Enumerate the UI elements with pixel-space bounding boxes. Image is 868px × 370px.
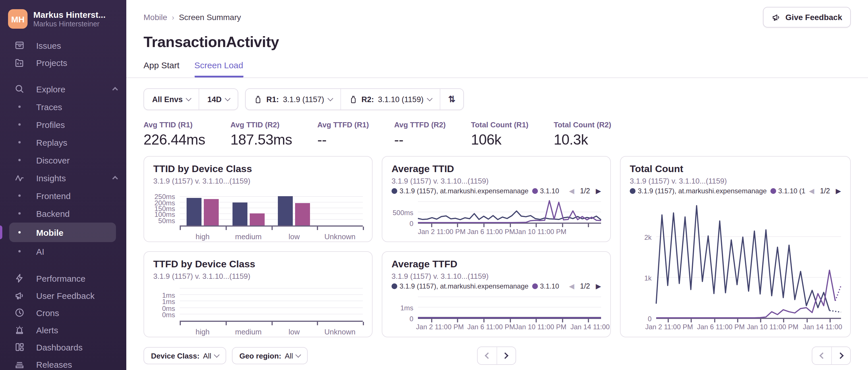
- pager-next-button[interactable]: [496, 347, 515, 364]
- bullet-icon: [14, 106, 25, 108]
- pager-prev-button[interactable]: [812, 347, 831, 364]
- total-count-chart[interactable]: 2k1k0Jan 2 11:00 PMJan 6 11:00 PMJan 10 …: [630, 201, 841, 319]
- ttfd-by-device-class-card: TTFD by Device Class 3.1.9 (1157) v. 3.1…: [144, 251, 373, 337]
- sidebar-item-label: Projects: [36, 58, 67, 67]
- legend: 3.1.9 (1157), at.markushi.expensemanage …: [630, 187, 841, 195]
- tab-app-start[interactable]: App Start: [144, 60, 179, 77]
- chevron-down-icon: [186, 95, 192, 101]
- swap-releases-button[interactable]: ⇅: [439, 89, 463, 109]
- legend-label-r2[interactable]: 3.1.10: [540, 187, 559, 195]
- chevron-left-icon: [819, 352, 826, 359]
- legend-prev-icon[interactable]: ◀: [569, 282, 574, 290]
- sidebar-item-issues[interactable]: Issues: [0, 37, 126, 54]
- legend-label-r2[interactable]: 3.1.10 (1: [778, 187, 805, 195]
- sidebar: MH Markus Hinterst... Markus Hinterstein…: [0, 0, 126, 370]
- geo-region-label: Geo region:: [239, 351, 281, 360]
- sidebar-item-label: Traces: [36, 102, 62, 111]
- sidebar-item-dashboards[interactable]: Dashboards: [0, 338, 126, 356]
- sidebar-item-crons[interactable]: Crons: [0, 304, 126, 321]
- legend-page: 1/2: [580, 187, 590, 195]
- give-feedback-button[interactable]: Give Feedback: [763, 7, 851, 28]
- sidebar-item-user-feedback[interactable]: User Feedback: [0, 287, 126, 304]
- environment-select[interactable]: All Envs: [144, 89, 199, 109]
- bullet-icon: [14, 250, 25, 253]
- period-select[interactable]: 14D: [199, 89, 238, 109]
- legend-label-r1[interactable]: 3.1.9 (1157), at.markushi.expensemanage: [638, 187, 767, 195]
- legend-label-r1[interactable]: 3.1.9 (1157), at.markushi.expensemanage: [400, 282, 528, 290]
- legend-dot-r2: [532, 188, 538, 194]
- card-subtitle: 3.1.9 (1157) v. 3.1.10...(1159): [153, 177, 363, 185]
- release-compare-group: R1: 3.1.9 (1157) R2: 3.1.10 (1159) ⇅: [245, 88, 464, 110]
- chevron-down-icon: [427, 95, 433, 101]
- card-subtitle: 3.1.9 (1157) v. 3.1.10...(1159): [392, 272, 601, 280]
- device-class-filter[interactable]: Device Class:All: [144, 347, 226, 364]
- legend-label-r2[interactable]: 3.1.10: [540, 282, 559, 290]
- legend-next-icon[interactable]: ▶: [836, 187, 841, 195]
- sidebar-item-projects[interactable]: Projects: [0, 54, 126, 71]
- tab-screen-load[interactable]: Screen Load: [194, 60, 243, 77]
- chevron-down-icon: [225, 95, 230, 101]
- legend-dot-r2: [770, 188, 776, 194]
- sidebar-item-label: Alerts: [36, 325, 58, 335]
- sidebar-item-replays[interactable]: Replays: [9, 134, 116, 151]
- sidebar-item-discover[interactable]: Discover: [9, 152, 116, 169]
- sidebar-item-label: Dashboards: [36, 342, 83, 352]
- average-ttfd-chart[interactable]: 1ms0Jan 2 11:00 PMJan 6 11:00 PMJan 10 1…: [392, 295, 601, 319]
- issues-icon: [14, 40, 25, 51]
- sidebar-item-label: Profiles: [36, 120, 65, 129]
- stat-avg-ttid-r1: Avg TTID (R1)226.44ms: [144, 121, 205, 148]
- average-ttfd-card: Average TTFD 3.1.9 (1157) v. 3.1.10...(1…: [382, 251, 611, 337]
- breadcrumb-mobile[interactable]: Mobile: [144, 12, 167, 22]
- siren-icon: [14, 325, 25, 335]
- sidebar-item-alerts[interactable]: Alerts: [0, 321, 126, 338]
- legend-next-icon[interactable]: ▶: [596, 187, 601, 195]
- page-title: TransactionActivity: [126, 28, 868, 51]
- bottom-filters: Device Class:All Geo region:All: [144, 347, 373, 364]
- average-ttid-chart[interactable]: 500ms0Jan 2 11:00 PMJan 6 11:00 PMJan 10…: [392, 200, 601, 224]
- sidebar-group-insights[interactable]: Insights: [0, 169, 126, 187]
- card-title: Total Count: [630, 164, 841, 175]
- chevron-down-icon: [214, 351, 220, 358]
- release-2-prefix: R2:: [361, 95, 374, 104]
- legend-next-icon[interactable]: ▶: [596, 282, 601, 290]
- pager-prev-button[interactable]: [477, 347, 496, 364]
- geo-region-filter[interactable]: Geo region:All: [232, 347, 308, 364]
- sidebar-item-ai[interactable]: AI: [9, 243, 116, 260]
- legend-prev-icon[interactable]: ◀: [809, 187, 814, 195]
- clock-icon: [14, 307, 25, 318]
- release-1-prefix: R1:: [267, 95, 279, 104]
- sidebar-group-explore[interactable]: Explore: [0, 80, 126, 98]
- bullet-icon: [14, 141, 25, 143]
- sidebar-item-frontend[interactable]: Frontend: [9, 187, 116, 204]
- sidebar-item-label: Performance: [36, 273, 86, 283]
- legend-prev-icon[interactable]: ◀: [569, 187, 574, 195]
- sidebar-item-traces[interactable]: Traces: [9, 98, 116, 115]
- release-1-value: 3.1.9 (1157): [283, 95, 324, 104]
- total-count-pager: [812, 346, 851, 365]
- sidebar-item-releases[interactable]: Releases: [0, 356, 126, 370]
- card-title: TTFD by Device Class: [153, 259, 363, 270]
- user-name: Markus Hinterst...: [33, 10, 105, 20]
- chevron-right-icon: ›: [172, 13, 175, 22]
- legend: 3.1.9 (1157), at.markushi.expensemanage …: [392, 187, 601, 195]
- sidebar-item-mobile[interactable]: Mobile: [9, 223, 116, 242]
- give-feedback-label: Give Feedback: [785, 12, 842, 22]
- org-user-switcher[interactable]: MH Markus Hinterst... Markus Hinterstein…: [0, 0, 126, 37]
- bullet-icon: [14, 123, 25, 126]
- ttid-device-class-chart[interactable]: 250ms200ms150ms100ms50mshighmediumlowUnk…: [153, 193, 363, 227]
- average-ttid-card: Average TTID 3.1.9 (1157) v. 3.1.10...(1…: [382, 156, 611, 242]
- sidebar-item-label: Crons: [36, 308, 59, 317]
- sidebar-item-performance[interactable]: Performance: [0, 270, 126, 287]
- card-subtitle: 3.1.9 (1157) v. 3.1.10...(1159): [153, 272, 363, 280]
- legend-label-r1[interactable]: 3.1.9 (1157), at.markushi.expensemanage: [400, 187, 528, 195]
- bullet-icon: [14, 159, 25, 161]
- pager-next-button[interactable]: [831, 347, 850, 364]
- sidebar-item-profiles[interactable]: Profiles: [9, 116, 116, 133]
- sidebar-group-label: Explore: [36, 84, 65, 94]
- ttfd-device-class-chart[interactable]: 1ms1ms0ms0mshighmediumlowUnknown: [153, 289, 363, 322]
- sidebar-item-backend[interactable]: Backend: [9, 205, 116, 222]
- release-1-select[interactable]: R1: 3.1.9 (1157): [246, 89, 340, 109]
- release-icon: [349, 95, 358, 104]
- device-class-label: Device Class:: [151, 351, 199, 360]
- release-2-select[interactable]: R2: 3.1.10 (1159): [340, 89, 439, 109]
